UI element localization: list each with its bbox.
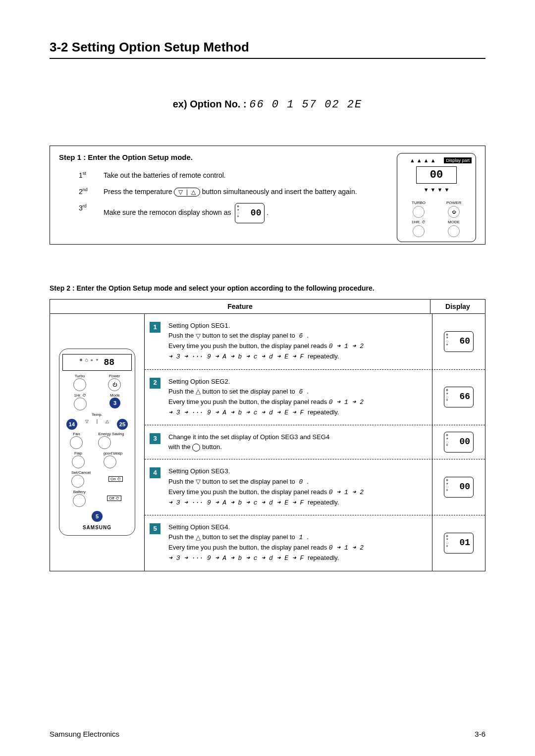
- callout-3: 3: [109, 398, 120, 408]
- power-button-icon: ⏻: [448, 206, 460, 218]
- step-number-badge: 1: [150, 322, 160, 333]
- step1-box: Step 1 : Enter the Option Setup mode. 1s…: [50, 146, 485, 245]
- step1-ord-1: 1st: [79, 170, 104, 181]
- off-label: Off ⏱: [107, 496, 121, 501]
- example-label: ex) Option No. :: [173, 99, 247, 109]
- example-option-line: ex) Option No. : 66 0 1 57 02 2E: [50, 99, 485, 111]
- mode-circle-icon: [192, 444, 200, 452]
- display-cell: 00: [432, 425, 485, 459]
- energy-btn-icon: [98, 436, 111, 449]
- step-number-badge: 2: [150, 378, 160, 389]
- flap-btn-icon: [72, 455, 85, 468]
- step-number-badge: 5: [150, 523, 160, 534]
- step-text: Setting Option SEG4.Push the button to s…: [168, 522, 432, 564]
- down-triangle-icon: [196, 477, 201, 487]
- step-text: Setting Option SEG3.Push the button to s…: [168, 466, 432, 508]
- display-cell: 00: [432, 459, 485, 515]
- procedure-step-4: 4Setting Option SEG3.Push the button to …: [145, 459, 485, 515]
- display-tile: 66: [444, 387, 474, 407]
- temp-down-icon: ▽: [85, 419, 89, 430]
- remote-illustration-col: ❄ ◌ ✳ ☀ 88 Turbo Power⏻ 1Hr. ⏱ Mode3 Tem…: [50, 314, 145, 571]
- temp-down-up-button: ▽ | △: [174, 188, 200, 197]
- title-rule: [50, 58, 485, 59]
- down-triangle-icon: [196, 331, 201, 341]
- hr-button-icon: [413, 225, 425, 237]
- display-tile: 00: [444, 477, 474, 498]
- procedure-body: ❄ ◌ ✳ ☀ 88 Turbo Power⏻ 1Hr. ⏱ Mode3 Tem…: [50, 314, 485, 571]
- steps-column: 1Setting Option SEG1.Push the button to …: [145, 314, 485, 571]
- page: 3-2 Setting Option Setup Method ex) Opti…: [0, 0, 535, 756]
- sleep-btn-icon: [104, 455, 116, 468]
- step1-ord-3: 3rd: [79, 203, 104, 223]
- footer-right: 3-6: [475, 730, 485, 738]
- procedure-step-2: 2Setting Option SEG2.Push the button to …: [145, 370, 485, 426]
- page-title: 3-2 Setting Option Setup Method: [50, 40, 485, 55]
- step-text: Setting Option SEG1.Push the button to s…: [168, 321, 432, 362]
- arrows-bottom: ▼ ▼ ▼ ▼: [401, 187, 472, 193]
- procedure-step-3: 3Change it into the set display of Optio…: [145, 425, 485, 459]
- remote-illustration: ❄ ◌ ✳ ☀ 88 Turbo Power⏻ 1Hr. ⏱ Mode3 Tem…: [59, 349, 135, 536]
- remote-turbo: TURBO 1HR. ⏱: [412, 201, 426, 237]
- remote-lcd: 00: [416, 166, 457, 184]
- step-number-badge: 4: [150, 467, 160, 478]
- display-tile: 00: [444, 432, 474, 453]
- display-cell: 66: [432, 370, 485, 425]
- example-value: 66 0 1 57 02 2E: [249, 99, 362, 111]
- step-text: Change it into the set display of Option…: [168, 432, 432, 452]
- remote-btn-row: TURBO 1HR. ⏱ POWER ⏻ MODE: [401, 201, 472, 237]
- set-btn-icon: [71, 475, 84, 488]
- callout-14: 14: [66, 419, 77, 430]
- turbo-btn-icon: [73, 378, 86, 391]
- col-display: Display: [430, 300, 485, 313]
- fan-btn-icon: [70, 436, 83, 449]
- up-triangle-icon: [196, 533, 201, 543]
- col-feature: Feature: [50, 300, 430, 313]
- procedure-header: Feature Display: [50, 300, 485, 314]
- on-label: On ⏱: [108, 476, 123, 482]
- procedure-step-5: 5Setting Option SEG4.Push the button to …: [145, 515, 485, 571]
- display-cell: 60: [432, 314, 485, 369]
- display-tile: 01: [444, 533, 474, 554]
- brand-label: SAMSUNG: [62, 525, 132, 530]
- display-part-tag: Display part: [444, 157, 472, 163]
- callout-5: 5: [92, 511, 103, 522]
- display-cell: 01: [432, 515, 485, 571]
- step-text: Setting Option SEG2.Push the button to s…: [168, 377, 432, 418]
- power-btn-icon: ⏻: [108, 378, 121, 391]
- up-triangle-icon: [196, 387, 201, 397]
- procedure-table: Feature Display ❄ ◌ ✳ ☀ 88 Turbo Power⏻ …: [50, 299, 485, 571]
- turbo-button-icon: [413, 206, 425, 218]
- hr-btn-icon: [74, 398, 87, 410]
- callout-25: 25: [117, 419, 128, 430]
- mini-display-00: 00: [235, 203, 265, 223]
- step1-ord-2: 2nd: [79, 187, 104, 197]
- remote-display-part: Display part ▲ ▲ ▲ ▲ 00 ▼ ▼ ▼ ▼ TURBO 1H…: [397, 153, 476, 242]
- step-number-badge: 3: [150, 433, 160, 444]
- temp-up-icon: △: [106, 419, 109, 430]
- remote-illustration-lcd: ❄ ◌ ✳ ☀ 88: [62, 354, 132, 371]
- batt-btn-icon: [73, 494, 86, 507]
- remote-power: POWER ⏻ MODE: [446, 201, 461, 237]
- display-tile: 60: [444, 331, 474, 352]
- mode-button-icon: [448, 225, 460, 237]
- page-footer: Samsung Electronics 3-6: [50, 730, 485, 738]
- procedure-step-1: 1Setting Option SEG1.Push the button to …: [145, 314, 485, 370]
- footer-left: Samsung Electronics: [50, 730, 119, 738]
- step2-heading: Step 2 : Enter the Option Setup mode and…: [50, 284, 485, 292]
